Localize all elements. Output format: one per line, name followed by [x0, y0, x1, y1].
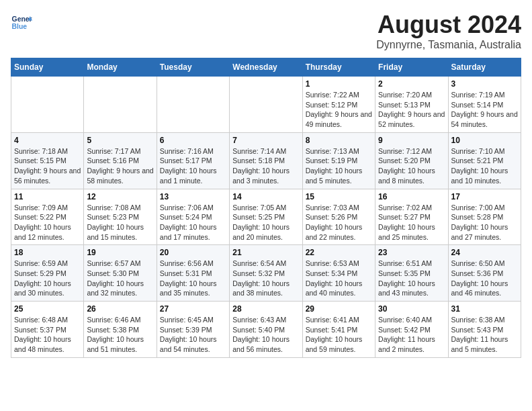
day-number: 13 — [160, 192, 226, 201]
calendar-cell: 6Sunrise: 7:16 AMSunset: 5:17 PMDaylight… — [157, 132, 229, 189]
day-number: 31 — [451, 304, 518, 314]
day-number: 19 — [87, 248, 153, 257]
calendar-cell: 17Sunrise: 7:00 AMSunset: 5:28 PMDayligh… — [448, 189, 521, 245]
calendar-cell: 11Sunrise: 7:09 AMSunset: 5:22 PMDayligh… — [11, 189, 84, 245]
day-number: 10 — [451, 136, 518, 145]
calendar-cell — [11, 77, 84, 133]
day-info: Sunrise: 6:59 AMSunset: 5:29 PMDaylight:… — [14, 259, 81, 298]
day-info: Sunrise: 7:08 AMSunset: 5:23 PMDaylight:… — [87, 203, 153, 242]
day-number: 1 — [306, 79, 372, 89]
day-number: 18 — [14, 248, 81, 257]
logo-icon: General Blue — [11, 11, 32, 32]
day-info: Sunrise: 7:17 AMSunset: 5:16 PMDaylight:… — [87, 146, 153, 186]
title-block: August 2024 Dynnyrne, Tasmania, Australi… — [376, 11, 521, 51]
day-info: Sunrise: 7:02 AMSunset: 5:27 PMDaylight:… — [378, 203, 445, 242]
calendar-cell — [157, 77, 229, 133]
day-info: Sunrise: 7:00 AMSunset: 5:28 PMDaylight:… — [451, 203, 518, 242]
day-number: 24 — [451, 248, 518, 257]
calendar-cell: 8Sunrise: 7:13 AMSunset: 5:19 PMDaylight… — [302, 132, 375, 189]
day-number: 16 — [378, 192, 445, 201]
calendar-cell: 24Sunrise: 6:50 AMSunset: 5:36 PMDayligh… — [448, 245, 521, 302]
day-number: 4 — [14, 136, 81, 145]
day-number: 3 — [451, 79, 518, 89]
day-number: 2 — [378, 79, 445, 89]
day-number: 20 — [160, 248, 226, 257]
calendar-cell: 27Sunrise: 6:45 AMSunset: 5:39 PMDayligh… — [157, 302, 229, 358]
calendar-cell: 19Sunrise: 6:57 AMSunset: 5:30 PMDayligh… — [84, 245, 157, 302]
day-number: 22 — [306, 248, 372, 257]
calendar-table: SundayMondayTuesdayWednesdayThursdayFrid… — [11, 58, 521, 358]
calendar-cell: 31Sunrise: 6:38 AMSunset: 5:43 PMDayligh… — [448, 302, 521, 358]
day-info: Sunrise: 6:45 AMSunset: 5:39 PMDaylight:… — [160, 315, 226, 355]
day-info: Sunrise: 6:46 AMSunset: 5:38 PMDaylight:… — [87, 315, 153, 355]
day-info: Sunrise: 6:41 AMSunset: 5:41 PMDaylight:… — [306, 315, 372, 355]
day-info: Sunrise: 7:09 AMSunset: 5:22 PMDaylight:… — [14, 203, 81, 242]
weekday-header-tuesday: Tuesday — [157, 58, 229, 77]
calendar-cell: 4Sunrise: 7:18 AMSunset: 5:15 PMDaylight… — [11, 132, 84, 189]
day-number: 30 — [378, 304, 445, 314]
calendar-week-row: 25Sunrise: 6:48 AMSunset: 5:37 PMDayligh… — [11, 302, 521, 358]
calendar-cell: 30Sunrise: 6:40 AMSunset: 5:42 PMDayligh… — [375, 302, 448, 358]
page-header: General Blue August 2024 Dynnyrne, Tasma… — [11, 11, 521, 51]
day-number: 28 — [232, 304, 299, 314]
day-info: Sunrise: 6:40 AMSunset: 5:42 PMDaylight:… — [378, 315, 445, 355]
calendar-cell: 15Sunrise: 7:03 AMSunset: 5:26 PMDayligh… — [302, 189, 375, 245]
calendar-cell: 25Sunrise: 6:48 AMSunset: 5:37 PMDayligh… — [11, 302, 84, 358]
day-number: 23 — [378, 248, 445, 257]
calendar-cell: 3Sunrise: 7:19 AMSunset: 5:14 PMDaylight… — [448, 77, 521, 133]
day-info: Sunrise: 7:20 AMSunset: 5:13 PMDaylight:… — [378, 90, 445, 130]
day-number: 8 — [306, 136, 372, 145]
day-number: 27 — [160, 304, 226, 314]
calendar-cell: 10Sunrise: 7:10 AMSunset: 5:21 PMDayligh… — [448, 132, 521, 189]
day-number: 25 — [14, 304, 81, 314]
calendar-cell: 13Sunrise: 7:06 AMSunset: 5:24 PMDayligh… — [157, 189, 229, 245]
calendar-cell: 1Sunrise: 7:22 AMSunset: 5:12 PMDaylight… — [302, 77, 375, 133]
calendar-week-row: 4Sunrise: 7:18 AMSunset: 5:15 PMDaylight… — [11, 132, 521, 189]
day-number: 21 — [232, 248, 299, 257]
day-number: 7 — [232, 136, 299, 145]
location-subtitle: Dynnyrne, Tasmania, Australia — [376, 39, 521, 51]
day-info: Sunrise: 7:13 AMSunset: 5:19 PMDaylight:… — [306, 146, 372, 186]
calendar-cell: 12Sunrise: 7:08 AMSunset: 5:23 PMDayligh… — [84, 189, 157, 245]
day-info: Sunrise: 7:06 AMSunset: 5:24 PMDaylight:… — [160, 203, 226, 242]
calendar-week-row: 18Sunrise: 6:59 AMSunset: 5:29 PMDayligh… — [11, 245, 521, 302]
weekday-header-wednesday: Wednesday — [230, 58, 302, 77]
day-number: 29 — [306, 304, 372, 314]
calendar-cell — [84, 77, 157, 133]
calendar-cell: 14Sunrise: 7:05 AMSunset: 5:25 PMDayligh… — [230, 189, 302, 245]
svg-text:Blue: Blue — [12, 23, 28, 30]
day-info: Sunrise: 6:38 AMSunset: 5:43 PMDaylight:… — [451, 315, 518, 355]
day-info: Sunrise: 6:53 AMSunset: 5:34 PMDaylight:… — [306, 259, 372, 298]
day-info: Sunrise: 6:50 AMSunset: 5:36 PMDaylight:… — [451, 259, 518, 298]
day-number: 26 — [87, 304, 153, 314]
day-info: Sunrise: 7:12 AMSunset: 5:20 PMDaylight:… — [378, 146, 445, 186]
calendar-cell: 22Sunrise: 6:53 AMSunset: 5:34 PMDayligh… — [302, 245, 375, 302]
day-number: 9 — [378, 136, 445, 145]
day-info: Sunrise: 7:05 AMSunset: 5:25 PMDaylight:… — [232, 203, 299, 242]
day-info: Sunrise: 7:22 AMSunset: 5:12 PMDaylight:… — [306, 90, 372, 130]
calendar-cell: 18Sunrise: 6:59 AMSunset: 5:29 PMDayligh… — [11, 245, 84, 302]
weekday-header-row: SundayMondayTuesdayWednesdayThursdayFrid… — [11, 58, 521, 77]
calendar-cell — [230, 77, 302, 133]
day-info: Sunrise: 7:14 AMSunset: 5:18 PMDaylight:… — [232, 146, 299, 186]
day-info: Sunrise: 7:03 AMSunset: 5:26 PMDaylight:… — [306, 203, 372, 242]
day-info: Sunrise: 7:16 AMSunset: 5:17 PMDaylight:… — [160, 146, 226, 186]
day-number: 17 — [451, 192, 518, 201]
day-info: Sunrise: 6:57 AMSunset: 5:30 PMDaylight:… — [87, 259, 153, 298]
calendar-cell: 20Sunrise: 6:56 AMSunset: 5:31 PMDayligh… — [157, 245, 229, 302]
month-year-title: August 2024 — [376, 11, 521, 39]
calendar-cell: 2Sunrise: 7:20 AMSunset: 5:13 PMDaylight… — [375, 77, 448, 133]
logo: General Blue — [11, 11, 32, 32]
day-number: 12 — [87, 192, 153, 201]
calendar-cell: 21Sunrise: 6:54 AMSunset: 5:32 PMDayligh… — [230, 245, 302, 302]
calendar-week-row: 1Sunrise: 7:22 AMSunset: 5:12 PMDaylight… — [11, 77, 521, 133]
calendar-cell: 23Sunrise: 6:51 AMSunset: 5:35 PMDayligh… — [375, 245, 448, 302]
day-number: 11 — [14, 192, 81, 201]
weekday-header-sunday: Sunday — [11, 58, 84, 77]
day-info: Sunrise: 6:56 AMSunset: 5:31 PMDaylight:… — [160, 259, 226, 298]
calendar-cell: 29Sunrise: 6:41 AMSunset: 5:41 PMDayligh… — [302, 302, 375, 358]
weekday-header-thursday: Thursday — [302, 58, 375, 77]
weekday-header-monday: Monday — [84, 58, 157, 77]
calendar-cell: 7Sunrise: 7:14 AMSunset: 5:18 PMDaylight… — [230, 132, 302, 189]
day-number: 14 — [232, 192, 299, 201]
